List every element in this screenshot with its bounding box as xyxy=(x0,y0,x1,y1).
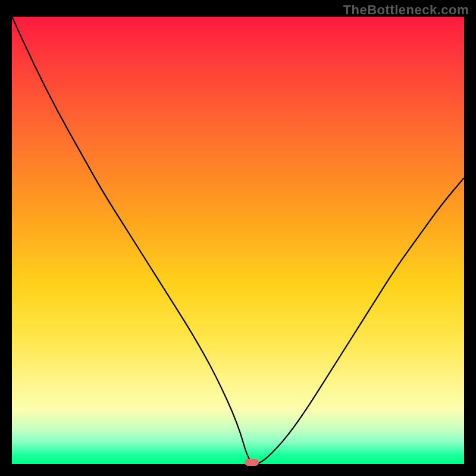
chart-frame: TheBottleneck.com xyxy=(0,0,476,476)
bottleneck-curve xyxy=(12,17,464,464)
optimal-marker xyxy=(245,459,259,466)
curve-path xyxy=(12,17,464,464)
plot-area xyxy=(12,17,464,464)
watermark-text: TheBottleneck.com xyxy=(343,2,469,18)
